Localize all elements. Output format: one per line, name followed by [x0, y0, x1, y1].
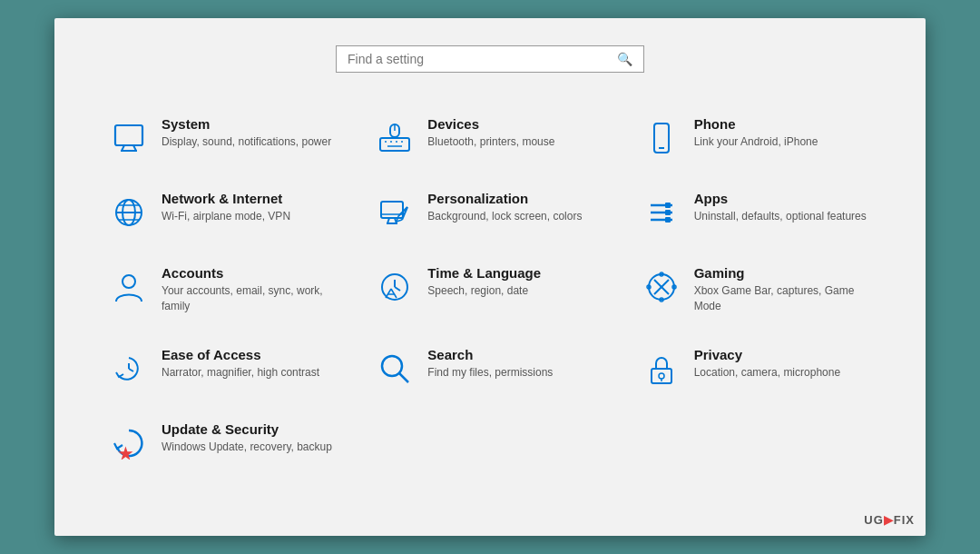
svg-text:★: ★	[118, 445, 133, 460]
watermark: UG▶FIX	[864, 513, 915, 527]
time-icon	[375, 267, 415, 307]
network-icon	[109, 193, 149, 232]
time-title: Time & Language	[427, 265, 541, 281]
search-input[interactable]	[348, 52, 612, 66]
gaming-icon	[642, 267, 681, 307]
svg-line-51	[399, 373, 408, 382]
svg-line-39	[391, 289, 397, 298]
update-icon: ★	[109, 423, 149, 463]
search-icon: 🔍	[617, 52, 632, 66]
privacy-title: Privacy	[694, 347, 840, 362]
setting-ease[interactable]: Ease of Access Narrator, magnifier, high…	[91, 331, 357, 405]
personalization-desc: Background, lock screen, colors	[427, 209, 582, 224]
system-text: System Display, sound, notifications, po…	[162, 116, 331, 150]
privacy-text: Privacy Location, camera, microphone	[694, 347, 840, 381]
time-desc: Speech, region, date	[427, 283, 541, 299]
svg-line-37	[395, 287, 400, 291]
setting-system[interactable]: System Display, sound, notifications, po…	[91, 100, 357, 174]
accounts-desc: Your accounts, email, sync, work, family	[162, 283, 338, 314]
gaming-text: Gaming Xbox Game Bar, captures, Game Mod…	[694, 265, 871, 314]
devices-text: Devices Bluetooth, printers, mouse	[427, 116, 554, 150]
svg-line-38	[386, 289, 391, 298]
accounts-text: Accounts Your accounts, email, sync, wor…	[162, 265, 338, 314]
system-title: System	[162, 116, 331, 132]
search-desc: Find my files, permissions	[427, 365, 553, 381]
personalization-icon	[375, 193, 415, 232]
ease-icon	[109, 349, 149, 389]
search-title: Search	[427, 347, 553, 362]
svg-rect-4	[380, 138, 409, 151]
svg-point-50	[382, 356, 402, 376]
setting-network[interactable]: Network & Internet Wi-Fi, airplane mode,…	[91, 174, 357, 249]
svg-rect-31	[665, 203, 671, 208]
search-bar[interactable]: 🔍	[336, 45, 644, 73]
system-desc: Display, sound, notifications, power	[162, 134, 331, 150]
update-title: Update & Security	[162, 421, 332, 437]
svg-point-53	[659, 373, 664, 379]
system-icon	[109, 118, 149, 158]
setting-search[interactable]: Search Find my files, permissions	[357, 331, 622, 405]
setting-time[interactable]: Time & Language Speech, region, date	[357, 249, 622, 331]
personalization-title: Personalization	[427, 191, 582, 206]
svg-line-49	[129, 369, 133, 371]
apps-text: Apps Uninstall, defaults, optional featu…	[694, 191, 867, 224]
devices-title: Devices	[427, 116, 554, 132]
setting-update[interactable]: ★ Update & Security Windows Update, reco…	[91, 405, 357, 480]
privacy-desc: Location, camera, microphone	[694, 365, 840, 381]
apps-desc: Uninstall, defaults, optional features	[694, 209, 867, 224]
network-title: Network & Internet	[162, 191, 290, 206]
network-desc: Wi-Fi, airplane mode, VPN	[162, 209, 290, 224]
time-text: Time & Language Speech, region, date	[427, 265, 541, 299]
ease-desc: Narrator, magnifier, high contrast	[162, 365, 319, 381]
settings-grid: System Display, sound, notifications, po…	[91, 100, 889, 480]
network-text: Network & Internet Wi-Fi, airplane mode,…	[162, 191, 290, 224]
svg-rect-0	[115, 125, 142, 145]
svg-rect-32	[665, 210, 671, 215]
setting-accounts[interactable]: Accounts Your accounts, email, sync, wor…	[91, 249, 357, 331]
search-text: Search Find my files, permissions	[427, 347, 553, 381]
gaming-title: Gaming	[694, 265, 871, 281]
setting-gaming[interactable]: Gaming Xbox Game Bar, captures, Game Mod…	[623, 249, 889, 331]
ease-text: Ease of Access Narrator, magnifier, high…	[162, 347, 319, 381]
privacy-icon	[642, 349, 681, 389]
phone-title: Phone	[694, 116, 818, 132]
svg-rect-33	[665, 217, 671, 223]
accounts-icon	[109, 267, 149, 307]
search-setting-icon	[375, 349, 415, 389]
phone-text: Phone Link your Android, iPhone	[694, 116, 818, 150]
setting-privacy[interactable]: Privacy Location, camera, microphone	[623, 331, 889, 405]
accounts-title: Accounts	[162, 265, 338, 281]
update-desc: Windows Update, recovery, backup	[162, 440, 332, 455]
setting-apps[interactable]: Apps Uninstall, defaults, optional featu…	[623, 174, 889, 249]
phone-desc: Link your Android, iPhone	[694, 134, 818, 150]
setting-devices[interactable]: Devices Bluetooth, printers, mouse	[357, 100, 622, 174]
phone-icon	[642, 118, 681, 158]
update-text: Update & Security Windows Update, recove…	[162, 421, 332, 455]
devices-desc: Bluetooth, printers, mouse	[427, 134, 554, 150]
settings-window: 🔍 System Display, sound, notifications, …	[54, 18, 926, 536]
svg-point-34	[122, 275, 135, 288]
gaming-desc: Xbox Game Bar, captures, Game Mode	[694, 283, 871, 314]
setting-personalization[interactable]: Personalization Background, lock screen,…	[357, 174, 622, 249]
devices-icon	[375, 118, 415, 158]
setting-phone[interactable]: Phone Link your Android, iPhone	[623, 100, 889, 174]
ease-title: Ease of Access	[162, 347, 319, 362]
personalization-text: Personalization Background, lock screen,…	[427, 191, 582, 224]
apps-icon	[642, 193, 681, 232]
apps-title: Apps	[694, 191, 867, 206]
